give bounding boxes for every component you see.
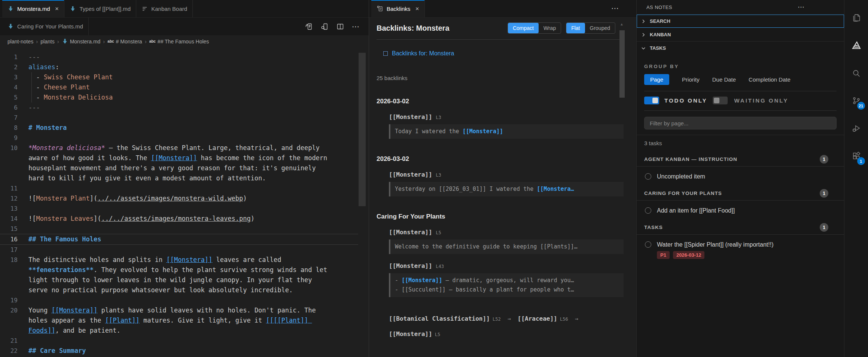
line-number: 10 xyxy=(0,143,18,183)
backlink-quote[interactable]: Welcome to the definitive guide to keepi… xyxy=(389,239,624,254)
task-checkbox[interactable] xyxy=(645,173,651,180)
code-token: ![ xyxy=(28,195,36,202)
extensions-icon[interactable]: 1 xyxy=(844,142,868,170)
editor-group-backlinks: Backlinks ✕ ⋯ Backlinks: Monstera Compac… xyxy=(369,0,636,357)
task-checkbox[interactable] xyxy=(645,207,651,214)
backlink-quote[interactable]: Yesterday on [[2026_03_01]] I watered th… xyxy=(389,182,624,196)
code-token: ]( xyxy=(94,215,101,222)
close-icon[interactable]: ✕ xyxy=(415,6,419,12)
sidebar-more-icon[interactable]: ⋯ xyxy=(798,3,804,11)
view-toggle-wrap[interactable]: Wrap xyxy=(539,23,561,33)
backlink-reference-line[interactable]: [[Monstera]] L5 xyxy=(389,330,636,338)
backlink-quote[interactable]: - [[Monstera]] — dramatic, gorgeous, wil… xyxy=(389,273,624,297)
wikilink[interactable]: [[Monstera]] xyxy=(151,154,197,162)
search-icon[interactable] xyxy=(844,59,868,87)
backlink-reference-line[interactable]: [[Botanical Classification]] L52 → [[Ara… xyxy=(389,315,636,322)
close-icon[interactable]: ✕ xyxy=(55,6,59,12)
quote-line: Today I watered the [[Monstera]] xyxy=(395,127,619,136)
task-tag: P1 xyxy=(657,251,670,259)
tab-backlinks[interactable]: Backlinks ✕ xyxy=(371,0,425,17)
breadcrumb-item[interactable]: abc## The Famous Holes xyxy=(149,39,209,45)
task-checkbox[interactable] xyxy=(645,241,651,248)
wikilink[interactable]: [[Monstera]] xyxy=(51,306,97,314)
reference-name: [[Monstera]] xyxy=(389,113,436,120)
badge: 1 xyxy=(857,157,865,165)
line-number: 9 xyxy=(0,133,18,143)
breadcrumb-item[interactable]: plant-notes xyxy=(7,39,33,45)
code-text: ![Monstera Leaves](../../assets/images/m… xyxy=(28,214,332,224)
image-path-link[interactable]: ../../assets/images/monstera-leaves.png xyxy=(101,215,251,222)
as-notes-logo-icon[interactable] xyxy=(844,31,868,59)
code-text xyxy=(28,224,332,234)
task-row[interactable]: Add an item for [[Plant Food]] xyxy=(637,207,844,214)
split-editor-icon[interactable] xyxy=(336,22,344,31)
group-by-priority-button[interactable]: Priority xyxy=(682,76,700,83)
task-row[interactable]: Uncompleted item xyxy=(637,173,844,180)
quote-line: Yesterday on [[2026_03_01]] I watered th… xyxy=(395,184,619,194)
more-actions-icon[interactable]: ⋯ xyxy=(352,22,360,31)
code-text: - Cheese Plant xyxy=(28,82,332,92)
task-count: 3 tasks xyxy=(637,140,844,146)
tab-types-of-plant-md[interactable]: Types of [[Plant]].md xyxy=(64,0,136,17)
quote-line: Welcome to the definitive guide to keepi… xyxy=(395,242,619,251)
more-actions-icon[interactable]: ⋯ xyxy=(611,4,619,13)
breadcrumb-item[interactable]: abc# Monstera xyxy=(107,39,142,45)
task-group-count-badge: 1 xyxy=(820,223,828,232)
ref-segment: L56 xyxy=(557,317,568,322)
backlink-reference[interactable]: [[Monstera]] L3 xyxy=(389,171,636,178)
breadcrumb-separator: › xyxy=(57,38,59,45)
sidebar-section-tasks[interactable]: TASKS xyxy=(637,41,844,55)
backlinks-title: Backlinks: Monstera xyxy=(377,24,503,33)
view-toggle-compact[interactable]: Compact xyxy=(508,23,539,33)
backlink-reference[interactable]: [[Monstera]] L5 xyxy=(389,229,636,236)
code-token: leaves are called xyxy=(212,256,285,263)
backlink-group-title: 2026-03-02 xyxy=(377,98,636,105)
code-token: ## Care Summary xyxy=(28,347,86,354)
breadcrumb-item[interactable]: plants xyxy=(40,39,54,45)
code-line: 19 xyxy=(0,295,358,305)
toggle-waiting-only[interactable] xyxy=(713,97,728,104)
task-row[interactable]: Water the [[Spider Plant]] (really impor… xyxy=(637,241,844,259)
group-by-page-button[interactable]: Page xyxy=(644,74,669,85)
backlink-group-title: Caring For Your Plants xyxy=(377,213,636,220)
code-line: 14![Monstera Leaves](../../assets/images… xyxy=(0,214,358,224)
backlink-reference[interactable]: [[Monstera]] L43 xyxy=(389,262,636,269)
image-path-link[interactable]: ../../assets/images/monstera-wild.webp xyxy=(97,195,243,202)
wikilink[interactable]: [[Monstera]] xyxy=(166,256,212,263)
toggle-label: WAITING ONLY xyxy=(734,97,789,104)
source-control-icon[interactable]: 21 xyxy=(844,87,868,115)
backlinks-scrollbar[interactable] xyxy=(619,30,625,98)
group-by-due-date-button[interactable]: Due Date xyxy=(712,76,736,83)
code-line: 1--- xyxy=(0,52,358,62)
view-toggle-grouped[interactable]: Grouped xyxy=(585,23,615,33)
search-editor-icon[interactable] xyxy=(320,22,329,31)
scrollbar-up-arrow[interactable]: ▲ xyxy=(619,22,624,26)
toggle-todo-only[interactable] xyxy=(644,97,659,104)
sidebar-section-kanban[interactable]: KANBAN xyxy=(637,28,844,41)
sidebar-title: AS NOTES ⋯ xyxy=(637,0,844,14)
code-token: Swiss Cheese Plant xyxy=(44,73,113,81)
tab-caring-for-your-plants-md[interactable]: Caring For Your Plants.md xyxy=(2,18,89,35)
wikilink[interactable]: [[Plant]] xyxy=(105,317,140,324)
explorer-icon[interactable] xyxy=(844,4,868,31)
group-by-completion-date-button[interactable]: Completion Date xyxy=(749,76,791,83)
ref-segment: → xyxy=(568,315,578,322)
backlink-group-title: 2026-03-02 xyxy=(377,155,636,163)
backlink-quote[interactable]: Today I watered the [[Monstera]] xyxy=(389,124,624,139)
tab-monstera-md[interactable]: Monstera.md ✕ xyxy=(2,0,64,17)
code-token: - xyxy=(28,83,44,91)
sidebar-section-search[interactable]: SEARCH xyxy=(637,14,844,28)
editor-scrollbar[interactable] xyxy=(359,53,366,206)
run-debug-icon[interactable] xyxy=(844,115,868,142)
breadcrumb-item[interactable]: Monstera.md xyxy=(62,38,101,45)
markdown-editor[interactable]: 1---2aliases:3 - Swiss Cheese Plant4 - C… xyxy=(0,48,369,357)
view-toggle-group: FlatGrouped xyxy=(566,22,615,34)
open-preview-icon[interactable] xyxy=(305,22,313,31)
backlinks-page-link[interactable]: Backlinks for: Monstera xyxy=(383,50,636,57)
backlink-reference[interactable]: [[Monstera]] L3 xyxy=(389,113,636,120)
view-toggle-flat[interactable]: Flat xyxy=(566,23,585,33)
tab-kanban-board[interactable]: Kanban Board xyxy=(136,0,193,17)
filter-by-page-input[interactable] xyxy=(644,117,837,129)
chevron-right-icon xyxy=(640,18,646,24)
quote-segment: - [[Succulent]] — basically a plant for … xyxy=(395,286,574,293)
